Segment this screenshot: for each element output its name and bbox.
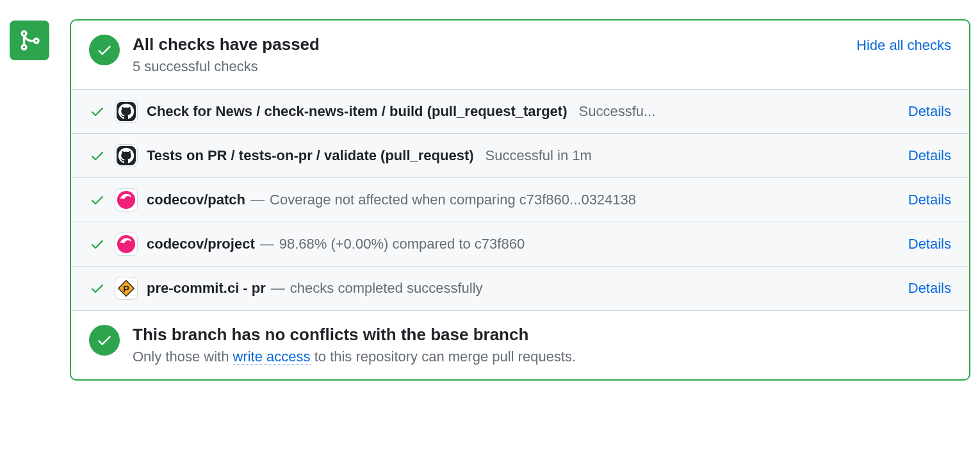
check-content: pre-commit.ci - pr—checks completed succ… [147,280,899,297]
check-success-icon [89,104,106,119]
write-access-link[interactable]: write access [233,349,311,365]
check-row: codecov/patch—Coverage not affected when… [71,178,969,222]
check-name: pre-commit.ci - pr [147,280,266,297]
check-content: codecov/project—98.68% (+0.00%) compared… [147,236,899,252]
check-name: codecov/patch [147,192,245,208]
footer-subtitle-post: to this repository can merge pull reques… [311,349,576,365]
check-status: Successful in 1m [486,147,592,164]
checks-header-text: All checks have passed 5 successful chec… [133,35,844,75]
check-content: Check for News / check-news-item / build… [147,103,899,120]
check-details-link[interactable]: Details [908,103,951,120]
check-detail: Coverage not affected when comparing c73… [270,192,636,208]
check-separator: — [271,280,285,297]
svg-point-2 [117,191,135,209]
codecov-avatar-icon [115,233,138,256]
checks-header-section: All checks have passed 5 successful chec… [71,21,969,89]
toggle-checks-link[interactable]: Hide all checks [856,37,951,54]
footer-text: This branch has no conflicts with the ba… [133,325,951,365]
no-conflict-badge [89,325,120,356]
footer-title: This branch has no conflicts with the ba… [133,325,951,345]
check-row: Check for News / check-news-item / build… [71,90,969,134]
check-success-icon [89,192,106,208]
check-row: Tests on PR / tests-on-pr / validate (pu… [71,134,969,178]
footer-subtitle-pre: Only those with [133,349,233,365]
check-content: Tests on PR / tests-on-pr / validate (pu… [147,147,899,164]
check-name: Tests on PR / tests-on-pr / validate (pu… [147,147,474,164]
checks-subtitle: 5 successful checks [133,58,844,75]
check-success-icon [89,236,106,252]
check-icon [96,332,113,349]
check-separator: — [260,236,274,252]
codecov-avatar-icon [115,188,138,211]
github-avatar-icon [115,144,138,167]
svg-point-3 [117,235,135,253]
check-name: Check for News / check-news-item / build… [147,103,568,120]
footer-subtitle: Only those with write access to this rep… [133,349,951,365]
git-merge-icon [18,29,41,52]
checks-success-badge [89,35,120,65]
check-details-link[interactable]: Details [908,147,951,164]
check-success-icon [89,148,106,163]
merge-conflict-section: This branch has no conflicts with the ba… [71,311,969,379]
check-row: codecov/project—98.68% (+0.00%) compared… [71,222,969,267]
merge-panel: All checks have passed 5 successful chec… [70,19,970,381]
check-details-link[interactable]: Details [908,192,951,208]
check-icon [96,42,113,58]
check-status: Successfu... [579,103,656,120]
check-success-icon [89,281,106,296]
check-name: codecov/project [147,236,255,252]
speech-arrow [70,32,71,47]
timeline-badge [10,21,49,60]
check-detail: checks completed successfully [290,280,483,297]
merge-status-container: All checks have passed 5 successful chec… [10,19,970,381]
check-detail: 98.68% (+0.00%) compared to c73f860 [279,236,525,252]
check-details-link[interactable]: Details [908,280,951,297]
github-avatar-icon [115,100,138,123]
check-row: Ppre-commit.ci - pr—checks completed suc… [71,267,969,310]
check-details-link[interactable]: Details [908,236,951,252]
checks-list: Check for News / check-news-item / build… [71,89,969,311]
checks-title: All checks have passed [133,35,844,54]
precommit-avatar-icon: P [115,277,138,300]
check-separator: — [250,192,265,208]
svg-text:P: P [123,283,129,294]
check-content: codecov/patch—Coverage not affected when… [147,192,899,208]
